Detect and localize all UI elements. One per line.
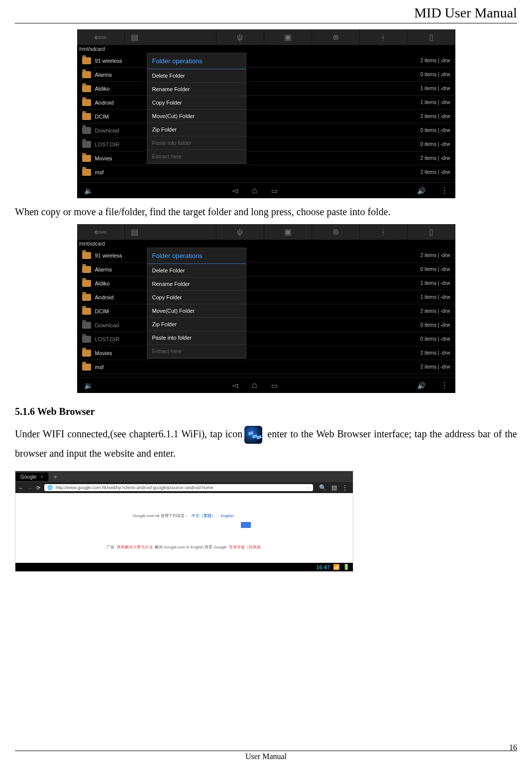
- topbar-sd-icon[interactable]: [125, 29, 216, 45]
- nav-menu-icon[interactable]: [440, 383, 448, 389]
- topbar-usb-icon[interactable]: [216, 224, 264, 240]
- nav-back-icon[interactable]: ←: [18, 485, 23, 491]
- search-icon[interactable]: 🔍: [319, 484, 326, 491]
- dialog-item[interactable]: Zip Folder: [147, 318, 246, 331]
- topbar-tool-icon[interactable]: [360, 224, 408, 240]
- topbar-movie-icon[interactable]: [312, 29, 360, 45]
- folder-meta: 0 items | -drw: [421, 322, 450, 328]
- nav-forward-icon[interactable]: →: [27, 485, 32, 491]
- topbar-back-icon[interactable]: [77, 29, 125, 45]
- dialog-item[interactable]: Paste into folder: [147, 331, 246, 345]
- topbar-picture-icon[interactable]: [264, 224, 312, 240]
- screenshot-folder-operations-2: /mnt/sdcard 91 wireless2 items | -drwAla…: [77, 224, 455, 393]
- dialog-item[interactable]: Rename Folder: [147, 83, 246, 96]
- nav-back-icon[interactable]: [232, 381, 238, 390]
- filemanager-topbar: [77, 29, 455, 45]
- folder-row[interactable]: LOST.DIR0 items | -drw: [77, 137, 455, 151]
- folder-meta: 0 items | -drw: [421, 128, 450, 133]
- dialog-item[interactable]: Rename Folder: [147, 277, 246, 291]
- folder-row[interactable]: Aldiko1 items | -drw: [77, 82, 455, 96]
- topbar-file-icon[interactable]: [408, 224, 455, 240]
- dialog-item[interactable]: Zip Folder: [147, 123, 246, 136]
- topbar-back-icon[interactable]: [77, 224, 125, 240]
- folder-row[interactable]: DCIM2 items | -drw: [77, 304, 455, 318]
- lang-link[interactable]: 中文（繁體）: [192, 514, 215, 518]
- nav-recent-icon[interactable]: [271, 187, 278, 195]
- folder-icon: [82, 364, 91, 371]
- screenshot-folder-operations-1: /mnt/sdcard 91 wireless2 items | -drwAla…: [77, 29, 455, 198]
- filemanager-topbar: [77, 224, 455, 240]
- file-list: 91 wireless2 items | -drwAlarms0 items |…: [77, 248, 455, 377]
- folder-row[interactable]: Alarms0 items | -drw: [77, 68, 455, 82]
- topbar-usb-icon[interactable]: [216, 29, 264, 45]
- reload-icon[interactable]: ⟳: [36, 485, 40, 491]
- volume-down-icon[interactable]: [84, 382, 93, 389]
- volume-down-icon[interactable]: [84, 187, 93, 195]
- topbar-file-icon[interactable]: [408, 29, 455, 45]
- filesystem-path: /mnt/sdcard: [77, 240, 455, 248]
- android-statusbar: 16:47 📶 🔋: [15, 563, 353, 571]
- new-tab-button[interactable]: +: [48, 473, 62, 481]
- footer-link[interactable]: 商务解决方案与企业: [117, 545, 153, 549]
- folder-row[interactable]: Alarms0 items | -drw: [77, 262, 455, 276]
- bookmarks-icon[interactable]: ▤: [331, 484, 337, 491]
- browser-menu-icon[interactable]: ⋮: [342, 484, 348, 491]
- folder-row[interactable]: Aldiko1 items | -drw: [77, 276, 455, 290]
- topbar-sd-icon[interactable]: [125, 224, 216, 240]
- footer-link[interactable]: 安卓专版（经典版: [229, 545, 261, 549]
- dialog-item[interactable]: Copy Folder: [147, 291, 246, 304]
- folder-name: Movies: [95, 350, 112, 356]
- battery-icon: 🔋: [343, 564, 350, 570]
- folder-row[interactable]: msf2 items | -drw: [77, 165, 455, 179]
- lang-link[interactable]: English: [220, 514, 233, 518]
- google-search-button[interactable]: [241, 522, 251, 528]
- nav-home-icon[interactable]: [252, 380, 257, 390]
- address-bar[interactable]: 🌐 http://www.google.com.hk/webhp?client=…: [44, 484, 313, 491]
- folder-row[interactable]: Movies2 items | -drw: [77, 346, 455, 360]
- browser-tab[interactable]: Google ×: [15, 473, 48, 481]
- lang-prefix: Google.com.hk 使用下列语言：: [133, 514, 189, 518]
- nav-home-icon[interactable]: [252, 185, 257, 196]
- clock: 16:47: [316, 564, 330, 570]
- section-heading-web-browser: 5.1.6 Web Browser: [15, 406, 517, 417]
- folder-name: 91 wireless: [95, 58, 122, 64]
- page-footer: User Manual: [15, 751, 517, 761]
- folder-row[interactable]: Android1 items | -drw: [77, 290, 455, 304]
- browser-tabstrip: Google × +: [15, 471, 353, 482]
- folder-row[interactable]: 91 wireless2 items | -drw: [77, 54, 455, 68]
- folder-name: Download: [95, 128, 119, 133]
- folder-icon: [82, 85, 91, 92]
- folder-meta: 2 items | -drw: [421, 364, 450, 370]
- topbar-movie-icon[interactable]: [312, 224, 360, 240]
- tab-close-icon[interactable]: ×: [40, 474, 43, 480]
- nav-back-icon[interactable]: [232, 186, 238, 195]
- folder-row[interactable]: Download0 items | -drw: [77, 124, 455, 137]
- folder-row[interactable]: LOST.DIR0 items | -drw: [77, 332, 455, 346]
- folder-row[interactable]: DCIM2 items | -drw: [77, 110, 455, 124]
- nav-menu-icon[interactable]: [440, 188, 448, 195]
- folder-icon: [82, 252, 91, 259]
- nav-recent-icon[interactable]: [271, 382, 278, 389]
- dialog-item[interactable]: Move(Cut) Folder: [147, 304, 246, 318]
- folder-row[interactable]: msf2 items | -drw: [77, 360, 455, 374]
- bookmark-star-icon[interactable]: ☆: [306, 485, 310, 490]
- folder-row[interactable]: Movies2 items | -drw: [77, 151, 455, 165]
- tab-label: Google: [20, 474, 36, 480]
- volume-up-icon[interactable]: [417, 188, 426, 195]
- dialog-item[interactable]: Delete Folder: [147, 69, 246, 83]
- folder-name: Download: [95, 322, 119, 328]
- topbar-tool-icon[interactable]: [360, 29, 408, 45]
- folder-name: Android: [95, 100, 114, 106]
- dialog-item[interactable]: Delete Folder: [147, 264, 246, 277]
- browser-globe-icon: [244, 426, 262, 444]
- folder-icon: [82, 294, 91, 301]
- dialog-item[interactable]: Move(Cut) Folder: [147, 110, 246, 123]
- dialog-item[interactable]: Copy Folder: [147, 96, 246, 110]
- volume-up-icon[interactable]: [417, 383, 426, 389]
- folder-row[interactable]: Download0 items | -drw: [77, 318, 455, 332]
- folder-row[interactable]: 91 wireless2 items | -drw: [77, 249, 455, 262]
- text-before-icon: Under WIFI connected,(see chapter6.1.1 W…: [15, 428, 242, 439]
- folder-operations-dialog: Folder operations Delete FolderRename Fo…: [147, 53, 246, 164]
- folder-row[interactable]: Android1 items | -drw: [77, 96, 455, 110]
- topbar-picture-icon[interactable]: [264, 29, 312, 45]
